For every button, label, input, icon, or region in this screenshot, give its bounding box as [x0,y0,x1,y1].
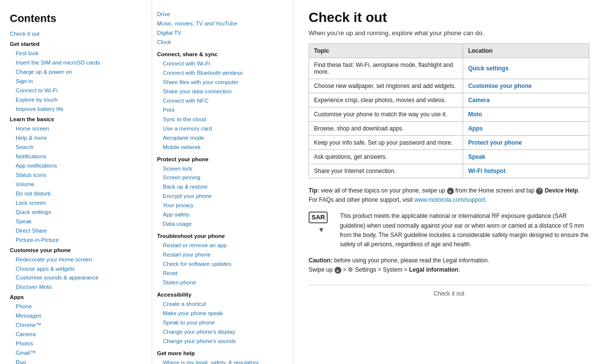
middle-link-app-safety[interactable]: App safety [157,210,289,219]
sidebar-link-phone[interactable]: Phone [10,302,147,311]
sidebar-link-lock-screen[interactable]: Lock screen [10,198,147,208]
middle-link-encrypt[interactable]: Encrypt your phone [157,192,289,201]
table-cell-location[interactable]: Moto [463,107,589,122]
middle-link-digital-tv[interactable]: Digital TV [157,28,289,38]
sidebar-link-customise-sounds[interactable]: Customise sounds & appearance [10,273,147,282]
sidebar-link-explore[interactable]: Explore by touch [10,95,147,105]
middle-link-clock[interactable]: Clock [157,38,289,47]
sidebar-link-redecorate[interactable]: Redecorate your Home screen [10,255,147,264]
sidebar-link-home-screen[interactable]: Home screen [10,124,147,133]
sidebar-link-photos[interactable]: Photos [10,339,147,348]
table-cell-location[interactable]: Apps [463,122,589,136]
middle-link-share-files[interactable]: Share files with your computer [157,78,289,87]
sidebar-link-choose-apps[interactable]: Choose apps & widgets [10,264,147,274]
middle-link-data-connection[interactable]: Share your data connection [157,87,289,96]
middle-link-speak-phone[interactable]: Speak to your phone [157,318,289,327]
table-cell-topic: Share your Internet connection. [309,164,463,178]
table-location-link[interactable]: Moto [468,111,482,118]
middle-link-backup[interactable]: Back up & restore [157,182,289,192]
middle-link-phone-speak[interactable]: Make your phone speak [157,309,289,318]
sidebar-link-messages[interactable]: Messages [10,311,147,321]
sidebar-link-search[interactable]: Search [10,143,147,152]
sidebar-section-apps: Apps [10,293,147,302]
sidebar-link-discover-moto[interactable]: Discover Moto [10,282,147,292]
table-location-link[interactable]: Protect your phone [468,139,522,146]
middle-link-sync-cloud[interactable]: Sync to the cloud [157,115,289,124]
middle-link-drive[interactable]: Drive [157,10,289,19]
sidebar-link-chrome[interactable]: Chrome™ [10,321,147,330]
caution-legal-info: Legal information [409,266,458,273]
middle-link-print[interactable]: Print [157,106,289,115]
sidebar-link-first-look[interactable]: First look [10,49,147,58]
middle-link-legal-info[interactable]: Where is my legal, safety, & regulatory … [157,358,289,364]
sidebar-link-insert-sim[interactable]: Insert the SIM and microSD cards [10,58,147,67]
middle-link-aeroplane[interactable]: Aeroplane mode [157,133,289,143]
middle-link-reset[interactable]: Reset [157,269,289,278]
sidebar-section-basics: Learn the basics [10,115,147,124]
table-cell-location[interactable]: Customise your phone [463,79,589,93]
middle-link-memory-card[interactable]: Use a memory card [157,124,289,133]
settings-icon: ⚙ [348,266,353,273]
sidebar-title: Contents [10,10,147,27]
sidebar-link-check-it-out[interactable]: Check it out [10,29,147,39]
table-header-location: Location [463,44,589,58]
sidebar-link-quick-settings[interactable]: Quick settings [10,208,147,217]
table-cell-topic: Keep your info safe. Set up your passwor… [309,136,463,150]
sidebar-link-volume[interactable]: Volume [10,180,147,189]
middle-link-mobile-network[interactable]: Mobile network [157,143,289,152]
middle-section-connect: Connect, share & sync [157,50,289,59]
middle-link-bluetooth[interactable]: Connect with Bluetooth wireless [157,68,289,78]
middle-link-music[interactable]: Music, movies, TV and YouTube [157,19,289,28]
table-location-link[interactable]: Camera [468,97,490,104]
sidebar-link-app-notifications[interactable]: App notifications [10,161,147,171]
sidebar-link-gmail[interactable]: Gmail™ [10,348,147,358]
sidebar-link-speak[interactable]: Speak [10,217,147,226]
sidebar-link-duo[interactable]: Duo [10,358,147,364]
table-location-link[interactable]: Speak [468,153,485,160]
sidebar-link-help-more[interactable]: Help & more [10,133,147,143]
sidebar-link-direct-share[interactable]: Direct Share [10,226,147,236]
sidebar-link-status-icons[interactable]: Status icons [10,171,147,180]
middle-link-connect-wifi[interactable]: Connect with Wi-Fi [157,59,289,68]
middle-link-privacy[interactable]: Your privacy [157,201,289,210]
sidebar-link-notifications[interactable]: Notifications [10,152,147,161]
table-cell-location[interactable]: Camera [463,93,589,107]
table-location-link[interactable]: Wi-Fi hotspot [468,168,506,174]
sidebar-link-sign-in[interactable]: Sign in [10,77,147,86]
sidebar-link-camera[interactable]: Camera [10,330,147,339]
table-location-link[interactable]: Quick settings [468,65,509,72]
motorola-support-link[interactable]: www.motorola.com/support [414,196,485,203]
sidebar-link-wifi[interactable]: Connect to Wi-Fi [10,86,147,95]
sar-section: SAR ▼ This product meets the applicable … [309,212,589,249]
caret-up-icon [447,188,454,194]
sar-badge: SAR ▼ [309,212,334,235]
middle-section-accessibility: Accessibility [157,290,289,300]
page-footer: Check it out [309,285,589,297]
table-row: Find these fast: Wi-Fi, aeroplane mode, … [309,58,589,79]
table-cell-location[interactable]: Wi-Fi hotspot [463,164,589,178]
table-row: Customise your phone to match the way yo… [309,107,589,122]
middle-link-screen-lock[interactable]: Screen lock [157,164,289,173]
table-location-link[interactable]: Customise your phone [468,83,532,89]
tip-text2: from the Home screen and tap [454,187,537,194]
table-cell-location[interactable]: Speak [463,150,589,164]
sidebar-link-do-not-disturb[interactable]: Do not disturb [10,189,147,198]
middle-link-shortcut[interactable]: Create a shortcut [157,300,289,309]
middle-link-data-usage[interactable]: Data usage [157,219,289,229]
middle-link-nfc[interactable]: Connect with NFC [157,96,289,106]
middle-link-software-updates[interactable]: Check for software updates [157,259,289,269]
table-location-link[interactable]: Apps [468,125,483,132]
table-cell-location[interactable]: Protect your phone [463,136,589,150]
table-row: Browse, shop and download apps.Apps [309,122,589,136]
sar-badge-text: SAR [309,212,328,223]
middle-link-stolen[interactable]: Stolen phone [157,278,289,287]
table-cell-location[interactable]: Quick settings [463,58,589,79]
middle-link-change-sounds[interactable]: Change your phone's sounds [157,337,289,346]
sidebar-link-pip[interactable]: Picture-in-Picture [10,236,147,245]
middle-link-screen-pinning[interactable]: Screen pinning [157,173,289,182]
middle-link-restart-phone[interactable]: Restart your phone [157,250,289,259]
sidebar-link-charge[interactable]: Charge up & power on [10,67,147,77]
sidebar-link-battery[interactable]: Improve battery life [10,105,147,114]
middle-link-change-display[interactable]: Change your phone's display [157,327,289,337]
middle-link-restart-app[interactable]: Restart or remove an app [157,241,289,250]
